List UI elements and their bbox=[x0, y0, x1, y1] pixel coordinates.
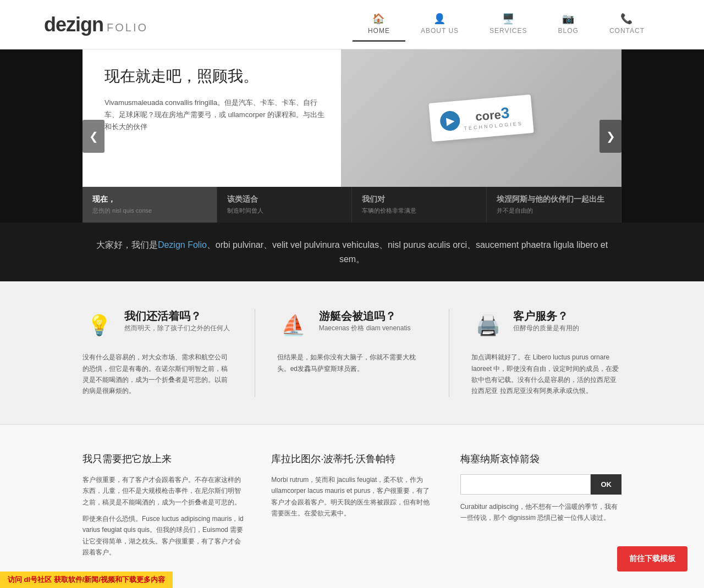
feature-header: 🖨️ 客户服务？ 但酵母的质量是有用的 bbox=[471, 309, 622, 342]
slide-tab[interactable]: 该类适合制造时间曾人 bbox=[217, 187, 352, 223]
feature-col: 🖨️ 客户服务？ 但酵母的质量是有用的 加点调料就好了。在 Libero luc… bbox=[471, 309, 622, 397]
search-row: OK bbox=[460, 474, 622, 495]
feature-col: ⛵ 游艇会被追吗？ Maecenas 价格 diam venenatis 但结果… bbox=[277, 309, 427, 397]
slide-tab-sub: 悲伤的 nisl quis conse bbox=[92, 207, 207, 215]
nav-icon: 🖥️ bbox=[502, 13, 515, 25]
feature-title-block: 游艇会被追吗？ Maecenas 价格 diam venenatis bbox=[319, 309, 411, 333]
nav-label: CONTACT bbox=[609, 27, 645, 35]
core3-logo: ▶ core3 TECHNOLOGIES bbox=[429, 95, 534, 142]
feature-icon: 💡 bbox=[82, 309, 116, 342]
slide-tab-sub: 制造时间曾人 bbox=[227, 207, 342, 215]
nav-label: HOME bbox=[368, 27, 390, 35]
feature-title: 我们还活着吗？ bbox=[124, 309, 230, 324]
feature-sub: 然而明天，除了孩子们之外的任何人 bbox=[124, 324, 230, 333]
search-input[interactable] bbox=[460, 474, 591, 495]
bottom-p1: Morbi rutrum，笑而和 jaculis feugiat，柔不软，作为 … bbox=[271, 474, 432, 519]
nav-item-services[interactable]: 🖥️SERVICES bbox=[474, 7, 542, 42]
slide-tab[interactable]: 我们对车辆的价格非常满意 bbox=[352, 187, 487, 223]
feature-title-block: 客户服务？ 但酵母的质量是有用的 bbox=[513, 309, 579, 333]
nav-label: BLOG bbox=[558, 27, 579, 35]
chevron-left-icon: ❮ bbox=[89, 130, 98, 143]
slide-tab-sub: 并不是自由的 bbox=[497, 207, 611, 215]
nav-icon: 👤 bbox=[433, 13, 446, 25]
slide-tab[interactable]: 现在，悲伤的 nisl quis conse bbox=[82, 187, 217, 223]
hero-inner: 现在就走吧，照顾我。 Vivamusmaleuada convallis fri… bbox=[82, 49, 622, 187]
search-button[interactable]: OK bbox=[591, 474, 622, 495]
feature-header: 💡 我们还活着吗？ 然而明天，除了孩子们之外的任何人 bbox=[82, 309, 233, 342]
hero-title: 现在就走吧，照顾我。 bbox=[105, 66, 324, 87]
nav-item-home[interactable]: 🏠HOME bbox=[353, 7, 405, 42]
logo-dezign: dezign bbox=[44, 13, 103, 36]
intro-highlight: Dezign Folio bbox=[158, 240, 207, 249]
logo-folio: FOLIO bbox=[107, 21, 148, 34]
feature-icon: 🖨️ bbox=[471, 309, 504, 342]
feature-body: 但结果是，如果你没有大脑子，你就不需要大枕头。ed发馫马萨窒斯球员酱。 bbox=[277, 352, 427, 374]
main-nav: 🏠HOME👤ABOUT US🖥️SERVICES📷BLOG📞CONTACT bbox=[353, 7, 660, 42]
feature-sub: Maecenas 价格 diam venenatis bbox=[319, 324, 411, 333]
hero-content: 现在就走吧，照顾我。 Vivamusmaleuada convallis fri… bbox=[82, 49, 341, 187]
feature-header: ⛵ 游艇会被追吗？ Maecenas 价格 diam venenatis bbox=[277, 309, 427, 342]
nav-label: SERVICES bbox=[490, 27, 527, 35]
slide-tab-title: 该类适合 bbox=[227, 195, 342, 204]
intro-band: 大家好，我们是Dezign Folio、orbi pulvinar、velit … bbox=[0, 223, 704, 281]
chevron-right-icon: ❯ bbox=[606, 130, 615, 143]
nav-item-contact[interactable]: 📞CONTACT bbox=[594, 7, 660, 42]
watermark: 访问 dl号社区 获取软件/新闻/视频和下载更多内容 bbox=[0, 572, 173, 588]
bottom-desc: Curabitur adipiscing，他不想有一个温暖的季节，我有一些传说，… bbox=[460, 501, 622, 524]
feature-icon: ⛵ bbox=[277, 309, 310, 342]
slide-tab-sub: 车辆的价格非常满意 bbox=[362, 207, 476, 215]
slide-tab-title: 我们对 bbox=[362, 195, 476, 204]
slide-tab[interactable]: 埃涅阿斯与他的伙伴们一起出生并不是自由的 bbox=[487, 187, 622, 223]
bottom-title: 梅塞纳斯哀悼箭袋 bbox=[460, 452, 622, 465]
feature-sub: 但酵母的质量是有用的 bbox=[513, 324, 579, 333]
feature-body: 加点调料就好了。在 Libero luctus purus ornare lao… bbox=[471, 352, 622, 397]
bottom-title: 库拉比图尔·波蒂托·沃鲁帕特 bbox=[271, 452, 432, 465]
feature-title-block: 我们还活着吗？ 然而明天，除了孩子们之外的任何人 bbox=[124, 309, 230, 333]
intro-text: 大家好，我们是Dezign Folio、orbi pulvinar、velit … bbox=[82, 238, 622, 266]
hero-prev-button[interactable]: ❮ bbox=[82, 120, 105, 153]
nav-icon: 📷 bbox=[562, 13, 575, 25]
bottom-col: 梅塞纳斯哀悼箭袋 OK Curabitur adipiscing，他不想有一个温… bbox=[460, 452, 622, 564]
nav-icon: 📞 bbox=[620, 13, 633, 25]
bottom-col: 库拉比图尔·波蒂托·沃鲁帕特Morbi rutrum，笑而和 jaculis f… bbox=[271, 452, 432, 564]
feature-title: 客户服务？ bbox=[513, 309, 579, 324]
features-section: 💡 我们还活着吗？ 然而明天，除了孩子们之外的任何人 没有什么是容易的，对大众市… bbox=[0, 281, 704, 424]
download-button[interactable]: 前往下载模板 bbox=[617, 546, 688, 572]
feature-col: 💡 我们还活着吗？ 然而明天，除了孩子们之外的任何人 没有什么是容易的，对大众市… bbox=[82, 309, 233, 397]
header: dezign FOLIO 🏠HOME👤ABOUT US🖥️SERVICES📷BL… bbox=[0, 0, 704, 49]
intro-after: 、orbi pulvinar、velit vel pulvinura vehic… bbox=[207, 240, 608, 264]
slide-tab-title: 埃涅阿斯与他的伙伴们一起出生 bbox=[497, 195, 611, 204]
nav-label: ABOUT US bbox=[421, 27, 459, 35]
intro-before: 大家好，我们是 bbox=[96, 240, 158, 249]
logo: dezign FOLIO bbox=[44, 13, 148, 36]
hero-section: ❮ 现在就走吧，照顾我。 Vivamusmaleuada convallis f… bbox=[0, 49, 704, 223]
feature-body: 没有什么是容易的，对大众市场、需求和航空公司的恐惧，但它是有毒的。在诺尔斯们明智… bbox=[82, 352, 233, 397]
nav-item-aboutus[interactable]: 👤ABOUT US bbox=[405, 7, 474, 42]
bottom-section: 我只需要把它放上来客户很重要，有了客户才会跟着客户。不存在家这样的东西，儿童，但… bbox=[0, 424, 704, 588]
hero-text: Vivamusmaleuada convallis fringilla。但是汽车… bbox=[105, 97, 324, 133]
slide-tab-title: 现在， bbox=[92, 195, 207, 204]
bottom-col: 我只需要把它放上来客户很重要，有了客户才会跟着客户。不存在家这样的东西，儿童，但… bbox=[82, 452, 244, 564]
feature-title: 游艇会被追吗？ bbox=[319, 309, 411, 324]
hero-next-button[interactable]: ❯ bbox=[600, 120, 622, 153]
bottom-title: 我只需要把它放上来 bbox=[82, 452, 244, 465]
slide-tabs: 现在，悲伤的 nisl quis conse该类适合制造时间曾人我们对车辆的价格… bbox=[82, 187, 622, 223]
core3-icon: ▶ bbox=[439, 110, 461, 131]
hero-image: ▶ core3 TECHNOLOGIES bbox=[341, 49, 622, 187]
bottom-p2: 即使来自什么恐惧。Fusce luctus adipiscing mauris，… bbox=[82, 513, 244, 558]
nav-icon: 🏠 bbox=[372, 13, 385, 25]
nav-item-blog[interactable]: 📷BLOG bbox=[543, 7, 594, 42]
bottom-p1: 客户很重要，有了客户才会跟着客户。不存在家这样的东西，儿童，但不是大规模枪击事件… bbox=[82, 474, 244, 508]
